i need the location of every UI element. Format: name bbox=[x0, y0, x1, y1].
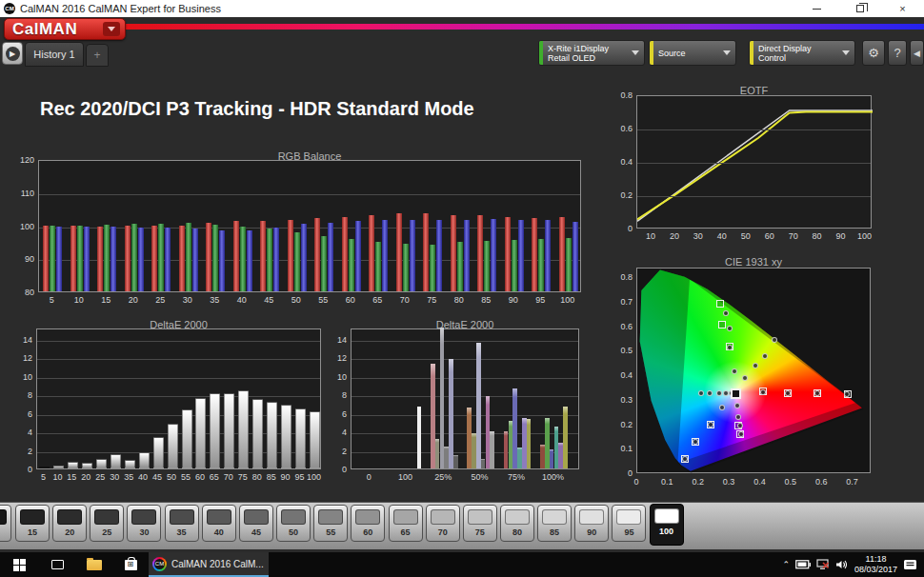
patch-button-15[interactable]: 15 bbox=[15, 505, 50, 542]
y-tick-label: 0.6 bbox=[608, 124, 633, 133]
gridline bbox=[352, 396, 578, 397]
settings-button[interactable]: ⚙ bbox=[862, 40, 885, 66]
deltae-color-bar bbox=[472, 433, 476, 468]
deltae-bar bbox=[281, 405, 291, 468]
y-tick-label: 10 bbox=[8, 372, 32, 382]
patch-button-80[interactable]: 80 bbox=[500, 505, 534, 542]
cie-chart-title: CIE 1931 xy bbox=[636, 256, 871, 268]
patch-button-85[interactable]: 85 bbox=[537, 505, 572, 542]
patch-button-60[interactable]: 60 bbox=[351, 505, 385, 542]
x-tick-label: 20 bbox=[120, 295, 148, 305]
deltae-bar bbox=[267, 402, 277, 468]
patch-button-100[interactable]: 100 bbox=[650, 504, 684, 546]
measured-point bbox=[785, 390, 791, 396]
y-tick-label: 14 bbox=[8, 335, 32, 345]
help-icon: ? bbox=[894, 46, 900, 60]
measured-point bbox=[814, 390, 820, 396]
logo-dropdown-button[interactable] bbox=[103, 22, 120, 36]
patch-button-40[interactable]: 40 bbox=[202, 505, 236, 542]
taskbar-clock[interactable]: 11:18 08/03/2017 bbox=[854, 554, 897, 575]
x-tick-label: 80 bbox=[808, 231, 827, 241]
red-bar bbox=[369, 215, 374, 291]
blue-bar bbox=[56, 227, 62, 291]
calman-logo-text: CalMAN bbox=[5, 20, 77, 39]
bar-group bbox=[314, 161, 334, 291]
patch-button-70[interactable]: 70 bbox=[426, 505, 460, 542]
deltae-bar bbox=[82, 463, 92, 468]
layout-nav-button[interactable]: ▶ bbox=[2, 42, 23, 65]
x-tick-label: 30 bbox=[689, 231, 708, 241]
x-tick-label: 30 bbox=[108, 472, 122, 482]
patch-button-75[interactable]: 75 bbox=[463, 505, 497, 542]
microsoft-store-button[interactable] bbox=[112, 552, 149, 577]
tab-history-1[interactable]: History 1 bbox=[25, 42, 84, 67]
minimize-button[interactable] bbox=[795, 0, 838, 17]
patch-button-45[interactable]: 45 bbox=[239, 505, 273, 542]
x-tick-label: 80 bbox=[446, 295, 473, 305]
patch-button-50[interactable]: 50 bbox=[276, 505, 311, 542]
gridline bbox=[352, 378, 578, 379]
taskbar-calman-app[interactable]: CM CalMAN 2016 CalM... bbox=[149, 552, 269, 577]
patch-button-20[interactable]: 20 bbox=[52, 505, 87, 542]
y-tick-label: 0.3 bbox=[608, 395, 633, 405]
restore-button[interactable] bbox=[838, 0, 881, 17]
patch-button-55[interactable]: 55 bbox=[313, 505, 348, 542]
dropdown-source[interactable]: Source bbox=[649, 40, 736, 66]
red-bar bbox=[151, 226, 157, 291]
measured-point bbox=[716, 390, 722, 396]
help-button[interactable]: ? bbox=[888, 40, 907, 66]
close-button[interactable]: × bbox=[881, 0, 924, 17]
patch-label: 70 bbox=[427, 527, 459, 537]
red-bar bbox=[314, 218, 320, 291]
patch-button-25[interactable]: 25 bbox=[90, 505, 124, 542]
patch-button-30[interactable]: 30 bbox=[127, 505, 161, 542]
patch-button-65[interactable]: 65 bbox=[389, 505, 423, 542]
volume-icon[interactable] bbox=[835, 559, 849, 570]
blue-bar bbox=[328, 223, 333, 291]
patch-label: 65 bbox=[390, 527, 422, 537]
dropdown-direct-display-control[interactable]: Direct Display Control bbox=[749, 40, 855, 66]
bar-group bbox=[233, 161, 253, 291]
patch-swatch bbox=[616, 509, 641, 525]
y-tick-label: 14 bbox=[322, 335, 347, 345]
y-tick-label: 0 bbox=[608, 224, 633, 233]
red-bar bbox=[423, 213, 429, 291]
bar-group bbox=[396, 161, 416, 291]
x-tick-label: 5 bbox=[38, 295, 66, 305]
task-view-button[interactable] bbox=[38, 552, 76, 577]
deltae-bar bbox=[53, 466, 64, 468]
tray-expand-icon[interactable]: ⌃ bbox=[782, 560, 790, 569]
calman-logo-menu[interactable]: CalMAN bbox=[4, 18, 126, 40]
x-tick-label: 70 bbox=[221, 472, 235, 482]
start-button[interactable] bbox=[0, 552, 38, 577]
patch-swatch bbox=[170, 509, 194, 525]
patch-button-90[interactable]: 90 bbox=[574, 505, 609, 542]
network-error-icon[interactable] bbox=[816, 559, 830, 570]
target-square bbox=[718, 321, 726, 328]
patch-label: 90 bbox=[575, 527, 608, 537]
x-tick-label: 50 bbox=[736, 231, 755, 241]
battery-icon[interactable] bbox=[795, 560, 811, 569]
bar-group bbox=[451, 161, 471, 291]
measured-point bbox=[734, 403, 740, 408]
gridline bbox=[637, 129, 871, 130]
file-explorer-button[interactable] bbox=[76, 552, 112, 577]
y-tick-label: 0.5 bbox=[608, 346, 633, 355]
play-arrow-icon: ▶ bbox=[6, 47, 20, 61]
patch-button-95[interactable]: 95 bbox=[612, 505, 646, 542]
action-center-icon[interactable] bbox=[903, 559, 918, 571]
y-tick-label: 0.2 bbox=[608, 190, 633, 200]
collapse-panel-button[interactable]: ◀ bbox=[910, 40, 924, 66]
x-tick-label: 60 bbox=[337, 295, 365, 305]
dropdown-label: Source bbox=[653, 48, 718, 59]
measured-point bbox=[762, 353, 768, 359]
dropdown-x-rite-i1display-retail-oled[interactable]: X-Rite i1Display Retail OLED bbox=[538, 40, 645, 66]
gridline bbox=[37, 341, 320, 342]
patch-button-35[interactable]: 35 bbox=[165, 505, 199, 542]
patch-button-partial[interactable] bbox=[0, 505, 11, 542]
red-bar bbox=[125, 226, 131, 291]
deltae-saturation-chart bbox=[351, 328, 579, 469]
red-bar bbox=[477, 215, 483, 291]
tab-add-button[interactable]: + bbox=[86, 44, 109, 67]
x-tick-label: 25 bbox=[147, 295, 174, 305]
